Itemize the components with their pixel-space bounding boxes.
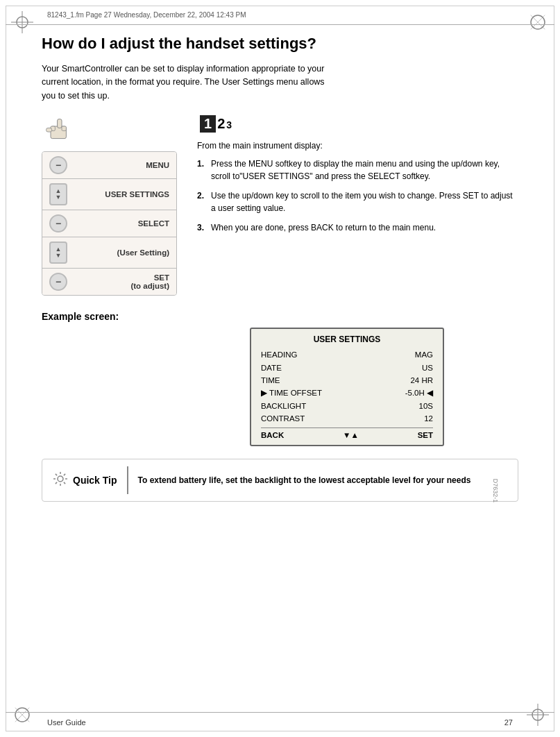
step-3-number: 3. <box>197 221 207 234</box>
screen-backlight-value: 10S <box>419 400 433 412</box>
menu-label-menu: MENU <box>73 161 169 169</box>
screen-row-heading: HEADING MAG <box>261 348 433 361</box>
screen-row-date: DATE US <box>261 362 433 374</box>
screen-contrast-value: 12 <box>424 412 433 425</box>
footer-right: 27 <box>504 718 513 727</box>
quick-tip-text: To extend battery life, set the backligh… <box>138 475 475 486</box>
set-minus-button[interactable]: − <box>49 273 67 291</box>
right-column: 1 2 3 From the main instrument display: … <box>197 115 518 296</box>
menu-row-user-setting: ▲ ▼ (User Setting) <box>42 237 176 269</box>
menu-row-set: − SET(to adjust) <box>42 269 176 295</box>
menu-label-user-setting: (User Setting) <box>73 248 169 257</box>
screen-row-time: TIME 24 HR <box>261 374 433 387</box>
example-screen-section: Example screen: USER SETTINGS HEADING MA… <box>42 311 518 446</box>
quick-tip-box: Quick Tip To extend battery life, set th… <box>42 459 518 502</box>
menu-updown-button[interactable]: ▲ ▼ <box>49 183 67 205</box>
menu-label-select: SELECT <box>73 219 169 228</box>
page-title: How do I adjust the handset settings? <box>42 35 518 53</box>
screen-set-button[interactable]: SET <box>418 431 433 439</box>
step-2-number: 2. <box>197 189 207 214</box>
step-1-text: Press the MENU softkey to display the ma… <box>211 158 518 183</box>
screen-row-time-offset: ▶ TIME OFFSET -5.0H ◀ <box>261 387 433 399</box>
screen-date-value: US <box>422 362 433 374</box>
header-text: 81243_1.fm Page 27 Wednesday, December 2… <box>47 11 246 19</box>
footer-bar: User Guide 27 <box>6 712 554 731</box>
svg-point-13 <box>58 476 63 482</box>
step-num-2: 2 <box>217 116 225 132</box>
setting-updown-button[interactable]: ▲ ▼ <box>49 242 67 264</box>
lightbulb-icon <box>52 471 69 491</box>
bulb-svg <box>52 471 69 487</box>
step-1-number: 1. <box>197 158 207 183</box>
screen-heading-value: MAG <box>415 348 433 361</box>
footer-left: User Guide <box>47 718 86 727</box>
quick-tip-divider <box>127 466 128 494</box>
main-layout: − MENU ▲ ▼ USER SETTINGS − SELECT <box>42 115 518 296</box>
step-numbers: 1 2 3 <box>200 115 518 133</box>
step-2-text: Use the up/down key to scroll to the ite… <box>211 189 518 214</box>
screen-time-offset-value: -5.0H ◀ <box>405 387 433 399</box>
step-num-3: 3 <box>226 119 232 130</box>
select-minus-button[interactable]: − <box>49 214 67 232</box>
step-1: 1. Press the MENU softkey to display the… <box>197 158 518 183</box>
step-3-text: When you are done, press BACK to return … <box>211 221 436 234</box>
from-display-text: From the main instrument display: <box>197 141 518 151</box>
screen-bottom-bar: BACK ▼▲ SET <box>261 427 433 439</box>
screen-back-button[interactable]: BACK <box>261 431 284 439</box>
svg-line-20 <box>64 474 65 475</box>
hand-icon <box>42 115 76 143</box>
left-column: − MENU ▲ ▼ USER SETTINGS − SELECT <box>42 115 180 296</box>
menu-row-user-settings: ▲ ▼ USER SETTINGS <box>42 179 176 210</box>
step-2: 2. Use the up/down key to scroll to the … <box>197 189 518 214</box>
menu-row-select: − SELECT <box>42 210 176 237</box>
svg-line-19 <box>64 482 65 484</box>
example-screen-title: Example screen: <box>42 311 518 322</box>
menu-label-user-settings: USER SETTINGS <box>73 190 169 198</box>
menu-label-set: SET(to adjust) <box>73 273 169 290</box>
steps-list: 1. Press the MENU softkey to display the… <box>197 158 518 234</box>
svg-rect-12 <box>46 128 52 133</box>
screen-row-backlight: BACKLIGHT 10S <box>261 400 433 412</box>
screen-heading-label: HEADING <box>261 348 297 361</box>
menu-panel: − MENU ▲ ▼ USER SETTINGS − SELECT <box>42 151 177 296</box>
quick-tip-label: Quick Tip <box>73 475 117 486</box>
screen-contrast-label: CONTRAST <box>261 412 305 425</box>
header-bar: 81243_1.fm Page 27 Wednesday, December 2… <box>6 6 554 25</box>
screen-time-value: 24 HR <box>410 374 433 387</box>
step-num-1: 1 <box>200 115 216 133</box>
hand-icon-area <box>42 115 180 143</box>
menu-minus-button[interactable]: − <box>49 156 67 174</box>
quick-tip-code: D7632-1 <box>493 479 500 503</box>
screen-date-label: DATE <box>261 362 282 374</box>
svg-rect-9 <box>58 119 62 128</box>
quick-tip-icon-area: Quick Tip <box>52 471 117 491</box>
screen-time-label: TIME <box>261 374 280 387</box>
step-3: 3. When you are done, press BACK to retu… <box>197 221 518 234</box>
menu-row-menu: − MENU <box>42 152 176 179</box>
screen-backlight-label: BACKLIGHT <box>261 400 306 412</box>
content-area: How do I adjust the handset settings? Yo… <box>42 35 518 702</box>
svg-rect-11 <box>62 126 66 130</box>
intro-text: Your SmartController can be set to displ… <box>42 62 333 103</box>
screen-time-offset-label: ▶ TIME OFFSET <box>261 387 322 399</box>
svg-line-18 <box>56 474 57 475</box>
screen-row-contrast: CONTRAST 12 <box>261 412 433 425</box>
svg-line-21 <box>56 482 57 484</box>
screen-display: USER SETTINGS HEADING MAG DATE US TIME 2… <box>250 328 444 446</box>
screen-title: USER SETTINGS <box>261 334 433 344</box>
screen-nav-arrows[interactable]: ▼▲ <box>343 431 359 439</box>
